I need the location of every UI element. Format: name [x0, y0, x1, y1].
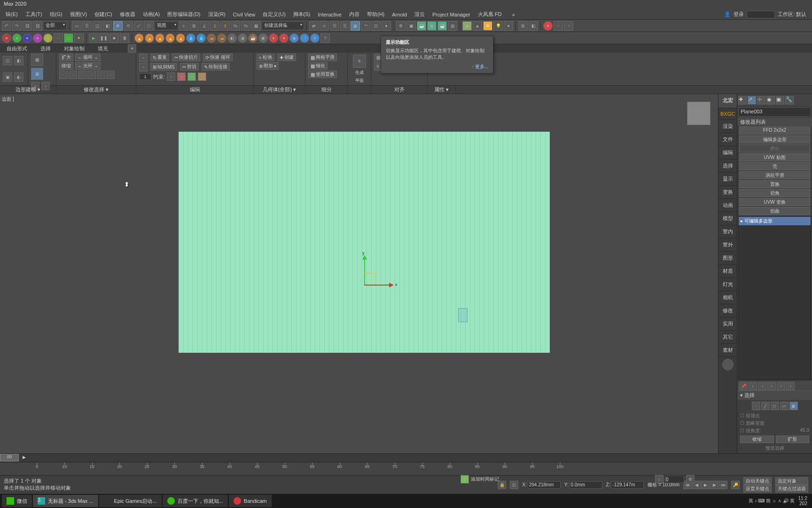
- st4-icon[interactable]: ▫: [777, 382, 785, 390]
- side-tab[interactable]: 模型: [718, 212, 737, 225]
- misc5-icon[interactable]: ●: [269, 33, 278, 43]
- menu-item[interactable]: Arnold: [388, 11, 411, 18]
- sphere-icon[interactable]: ●: [504, 21, 513, 31]
- snap-angle-icon[interactable]: ∠: [200, 21, 209, 31]
- coord-y-input[interactable]: [570, 481, 602, 489]
- time-slider-thumb[interactable]: 00: [0, 454, 19, 461]
- poly1-icon[interactable]: ◫: [3, 56, 12, 65]
- misc9-icon[interactable]: ≋: [310, 33, 320, 43]
- pin-icon[interactable]: 📌: [739, 382, 748, 390]
- poly4-icon[interactable]: ◐: [14, 72, 23, 82]
- meshsmooth-button[interactable]: ▦ 网格平滑: [308, 54, 337, 61]
- keyfilter-button[interactable]: 关键点过滤器: [775, 485, 808, 492]
- utility-tab-icon[interactable]: 🔧: [785, 96, 794, 104]
- sel-edge-icon[interactable]: ╱: [761, 402, 770, 410]
- menu-item[interactable]: 火凤凰 FD: [474, 10, 506, 19]
- menu-item[interactable]: 辑(E): [2, 10, 22, 19]
- next-frame-icon[interactable]: ▶: [710, 481, 718, 489]
- side-tab[interactable]: 灯光: [718, 278, 737, 291]
- modifier-button[interactable]: 切角: [739, 189, 810, 197]
- displace-button[interactable]: ▦ 使用置换: [308, 71, 337, 78]
- side-circle-button[interactable]: [722, 359, 734, 370]
- orb3-icon[interactable]: ●: [23, 33, 32, 43]
- material-icon[interactable]: ●: [382, 21, 391, 31]
- paint-connect-button[interactable]: ✎ 绘制连接: [202, 63, 230, 71]
- plane-object[interactable]: [179, 132, 550, 353]
- light-icon[interactable]: 💡: [493, 21, 503, 31]
- system-tray[interactable]: 英 ♪ ⌨ 简 ☼ ∧ 🔊 英 11:2 202: [749, 496, 810, 506]
- key-mode-icon[interactable]: 🔑: [731, 481, 740, 489]
- shrink-button[interactable]: 收缩: [59, 62, 73, 70]
- gizmo-xy-plane[interactable]: [364, 273, 376, 285]
- fire5-icon[interactable]: 🔥: [176, 33, 185, 43]
- login-label[interactable]: 登录: [734, 11, 744, 18]
- menu-item[interactable]: 工具(T): [22, 10, 46, 19]
- arnold1-icon[interactable]: ◆: [462, 21, 472, 31]
- schematic-icon[interactable]: ⊡: [371, 21, 381, 31]
- ring-button[interactable]: ← 光环 →: [75, 62, 101, 70]
- st3-icon[interactable]: ▫: [767, 382, 776, 390]
- water1-icon[interactable]: 💧: [186, 33, 195, 43]
- makeplanar-icon[interactable]: ↯: [353, 55, 366, 68]
- menu-item[interactable]: 内容: [345, 10, 363, 19]
- c3-icon[interactable]: ▫: [187, 72, 196, 81]
- orb2-icon[interactable]: ●: [12, 33, 22, 43]
- align-icon[interactable]: ≡: [320, 21, 329, 31]
- selkey-dropdown[interactable]: 选定对象: [775, 477, 808, 485]
- ribbon-label[interactable]: 属性 ▾: [428, 86, 456, 94]
- ribbon-toggle-icon[interactable]: ▾: [128, 44, 136, 53]
- side-tab[interactable]: 编辑: [718, 146, 737, 159]
- move-icon[interactable]: ✥: [113, 21, 123, 31]
- menu-item[interactable]: Project Manager: [429, 11, 474, 18]
- nurms-button[interactable]: ⊞ NURMS: [150, 63, 177, 71]
- loop-button[interactable]: ← 循环 →: [75, 54, 101, 61]
- link-icon[interactable]: ⛓: [23, 21, 32, 31]
- menu-item[interactable]: Civil View: [229, 11, 259, 18]
- misc3-icon[interactable]: ☕: [248, 33, 258, 43]
- cut-button[interactable]: ✂ 剪切: [180, 63, 199, 71]
- modifier-button[interactable]: 涡轮平滑: [739, 171, 810, 179]
- shrink-button[interactable]: 收缩: [740, 436, 774, 443]
- stack-item[interactable]: ▸ 可编辑多边形: [739, 217, 811, 225]
- menu-item[interactable]: 自定义(U): [259, 10, 289, 19]
- rec-icon[interactable]: ●: [543, 21, 553, 31]
- misc4-icon[interactable]: ◉: [258, 33, 268, 43]
- m4-icon[interactable]: ·: [87, 71, 96, 79]
- iso-icon[interactable]: ⊡: [510, 481, 518, 489]
- motion-tab-icon[interactable]: ◉: [766, 96, 775, 104]
- render3-icon[interactable]: ☕: [437, 21, 447, 31]
- timetag-icon[interactable]: ⏱: [461, 475, 469, 484]
- modify-tab-icon[interactable]: ↗: [748, 96, 756, 104]
- render-frame-icon[interactable]: ▣: [406, 21, 416, 31]
- tool-x2-icon[interactable]: ▫: [564, 21, 573, 31]
- m1-icon[interactable]: ·: [59, 71, 68, 79]
- st2-icon[interactable]: ▫: [758, 382, 766, 390]
- star-icon[interactable]: ✦: [74, 33, 84, 43]
- misc6-icon[interactable]: ●: [279, 33, 289, 43]
- side-tab[interactable]: 室内: [718, 225, 737, 238]
- fire2-icon[interactable]: 🔥: [145, 33, 154, 43]
- fire4-icon[interactable]: 🔥: [165, 33, 175, 43]
- taskbar-item[interactable]: Bandicam: [229, 495, 272, 507]
- ribbon-tab[interactable]: 对象绘制: [61, 44, 87, 53]
- sun-icon[interactable]: ☀: [483, 21, 492, 31]
- timeconfig-icon[interactable]: ⚙: [686, 475, 695, 484]
- tray-ime[interactable]: 英 ♪ ⌨ 简 ☼ ∧ 🔊 英: [749, 498, 795, 504]
- user-icon[interactable]: 👤: [724, 11, 731, 17]
- trash-icon[interactable]: 🗑: [120, 33, 129, 43]
- menu-item[interactable]: Interactive: [314, 11, 345, 18]
- menu-item[interactable]: 图形编辑器(D): [164, 10, 204, 19]
- gizmo-x-axis[interactable]: [364, 285, 392, 286]
- side-tab[interactable]: BXGC: [718, 108, 737, 120]
- frame-spinner-icon[interactable]: ↕: [655, 475, 664, 484]
- modifier-list-label[interactable]: 修改器列表: [737, 118, 812, 126]
- e0-icon[interactable]: ▫: [139, 54, 148, 62]
- setkey-button[interactable]: 设置关键点: [743, 485, 772, 492]
- menu-item[interactable]: 视图(V): [66, 10, 91, 19]
- curve-editor-icon[interactable]: 〜: [361, 21, 370, 31]
- side-tab[interactable]: 修改: [718, 304, 737, 318]
- fire3-icon[interactable]: 🔥: [155, 33, 164, 43]
- quickloop-button[interactable]: ⟳ 快速 循环: [203, 54, 233, 61]
- rollout-select[interactable]: ▾ 选择: [737, 390, 812, 400]
- render2-icon[interactable]: ◉: [427, 21, 437, 31]
